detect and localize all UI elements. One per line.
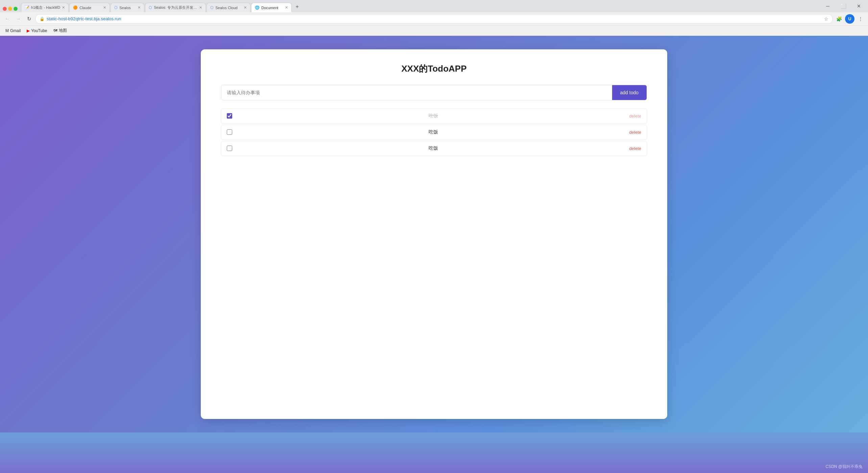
tab-sealos-favicon: ⬡	[114, 5, 118, 10]
profile-button[interactable]: U	[845, 14, 854, 24]
navigation-toolbar: ← → ↻ 🔒 static-host-b92qtrtc-test.bja.se…	[0, 12, 868, 26]
tab-hackmd-close[interactable]: ✕	[62, 5, 65, 10]
bookmark-maps[interactable]: 🗺 地图	[51, 27, 70, 34]
browser-content: XXX的TodoAPP add todo 吃饭 delete 吃饭	[0, 36, 868, 432]
tab-sealos2-title: Sealos: 专为云原生开发打造…	[154, 5, 197, 10]
tab-sealos2[interactable]: ⬡ Sealos: 专为云原生开发打造… ✕	[145, 3, 206, 12]
window-system-controls: ─ ⬜ ✕	[820, 1, 867, 11]
tab-sealos2-favicon: ⬡	[149, 5, 152, 10]
secure-icon: 🔒	[40, 17, 45, 21]
address-bar[interactable]: 🔒 static-host-b92qtrtc-test.bja.sealos.r…	[35, 14, 833, 24]
gmail-label: Gmail	[10, 28, 21, 33]
todo-checkbox-3[interactable]	[227, 146, 232, 151]
menu-button[interactable]: ⋮	[856, 14, 865, 24]
tab-document[interactable]: 🌐 Document ✕	[251, 3, 292, 12]
sys-minimize-btn[interactable]: ─	[820, 1, 836, 11]
bookmark-youtube[interactable]: ▶ YouTube	[24, 28, 50, 34]
maximize-window-btn[interactable]	[14, 7, 18, 11]
add-todo-button[interactable]: add todo	[612, 85, 647, 100]
tab-document-close[interactable]: ✕	[285, 5, 288, 10]
bookmarks-bar: M Gmail ▶ YouTube 🗺 地图	[0, 26, 868, 36]
todo-input[interactable]	[221, 85, 612, 100]
tab-sealos[interactable]: ⬡ Sealos ✕	[111, 3, 144, 12]
extensions-button[interactable]: 🧩	[834, 14, 844, 24]
tab-claude-close[interactable]: ✕	[103, 5, 106, 10]
youtube-label: YouTube	[31, 28, 47, 33]
delete-button-1[interactable]: delete	[629, 114, 641, 119]
todo-text-2: 吃饭	[238, 129, 629, 135]
bottom-gradient: CSDN @我叫不乖兔	[0, 432, 868, 473]
gmail-favicon: M	[5, 28, 9, 33]
delete-button-3[interactable]: delete	[629, 146, 641, 151]
back-button[interactable]: ←	[3, 14, 12, 24]
todo-checkbox-2[interactable]	[227, 129, 232, 135]
tab-hackmd-title: h1概念 - HackMD	[31, 5, 60, 10]
tab-hackmd-favicon: 📝	[25, 5, 29, 10]
todo-item-3: 吃饭 delete	[221, 141, 647, 156]
tab-claude-title: Claude	[79, 6, 101, 10]
tab-sealos-close[interactable]: ✕	[138, 5, 141, 10]
todo-text-3: 吃饭	[238, 145, 629, 151]
tab-sealos-cloud-close[interactable]: ✕	[244, 5, 247, 10]
watermark: CSDN @我叫不乖兔	[825, 464, 863, 470]
star-icon[interactable]: ☆	[824, 16, 828, 22]
tab-hackmd[interactable]: 📝 h1概念 - HackMD ✕	[21, 3, 69, 12]
sys-maximize-btn[interactable]: ⬜	[836, 1, 851, 11]
tab-sealos-title: Sealos	[119, 6, 136, 10]
reload-button[interactable]: ↻	[24, 14, 34, 24]
todo-item-1: 吃饭 delete	[221, 108, 647, 123]
new-tab-button[interactable]: +	[292, 2, 302, 11]
app-card: XXX的TodoAPP add todo 吃饭 delete 吃饭	[201, 49, 667, 419]
app-title: XXX的TodoAPP	[221, 63, 647, 75]
minimize-window-btn[interactable]	[8, 7, 12, 11]
tab-sealos-cloud-favicon: ⬡	[210, 5, 214, 10]
tab-sealos-cloud-title: Sealos Cloud	[215, 6, 242, 10]
todo-text-1: 吃饭	[238, 113, 629, 119]
todo-list: 吃饭 delete 吃饭 delete 吃饭 delete	[221, 108, 647, 156]
tab-sealos2-close[interactable]: ✕	[199, 5, 202, 10]
maps-label: 地图	[59, 28, 67, 33]
tab-sealos-cloud[interactable]: ⬡ Sealos Cloud ✕	[207, 3, 250, 12]
browser-window: 📝 h1概念 - HackMD ✕ 🟠 Claude ✕ ⬡ Sealos ✕ …	[0, 0, 868, 36]
todo-checkbox-1[interactable]	[227, 113, 232, 119]
close-window-btn[interactable]	[3, 7, 7, 11]
window-controls	[3, 7, 18, 11]
delete-button-2[interactable]: delete	[629, 130, 641, 135]
address-text: static-host-b92qtrtc-test.bja.sealos.run	[47, 16, 822, 21]
tab-claude-favicon: 🟠	[73, 5, 78, 10]
tab-document-favicon: 🌐	[255, 5, 260, 10]
forward-button[interactable]: →	[14, 14, 23, 24]
bookmark-gmail[interactable]: M Gmail	[3, 28, 23, 34]
todo-item-2: 吃饭 delete	[221, 125, 647, 140]
sys-close-btn[interactable]: ✕	[851, 1, 867, 11]
youtube-favicon: ▶	[27, 28, 30, 33]
maps-favicon: 🗺	[53, 28, 57, 33]
tab-claude[interactable]: 🟠 Claude ✕	[69, 3, 110, 12]
tab-document-title: Document	[261, 6, 283, 10]
todo-input-row: add todo	[221, 85, 647, 100]
tab-bar: 📝 h1概念 - HackMD ✕ 🟠 Claude ✕ ⬡ Sealos ✕ …	[0, 0, 868, 12]
